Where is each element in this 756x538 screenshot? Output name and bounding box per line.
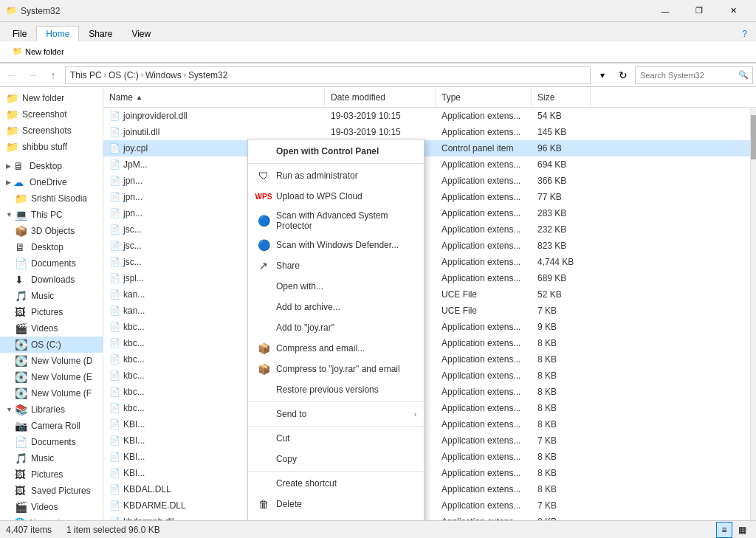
sidebar-item-osc[interactable]: 💽 OS (C:) [0, 337, 103, 353]
menu-item-label: Copy [276, 454, 297, 464]
col-header-name[interactable]: Name ▲ [103, 87, 325, 107]
col-header-size[interactable]: Size [532, 87, 591, 107]
sidebar-item-pictures[interactable]: 🖼 Pictures [0, 304, 103, 320]
path-thispc[interactable]: This PC [70, 70, 102, 80]
context-menu-item[interactable]: Open with Control Panel [248, 141, 424, 162]
sidebar-item-screenshot[interactable]: 📁 Screenshot [0, 106, 103, 123]
table-row[interactable]: 📄 kan... UCE File 52 KB [103, 286, 756, 303]
tab-home[interactable]: Home [36, 26, 79, 41]
table-row[interactable]: 📄 KBDAL.DLL 19-03-2019 10:14 Application… [103, 481, 756, 497]
path-system32[interactable]: System32 [188, 70, 227, 80]
sidebar-item-music2[interactable]: 🎵 Music [0, 450, 103, 466]
sidebar-item-music[interactable]: 🎵 Music [0, 288, 103, 304]
sidebar-item-desktop[interactable]: ▶ 🖥 Desktop [0, 158, 103, 174]
table-row[interactable]: 📄 jspl... Application extens... 689 KB [103, 270, 756, 286]
path-windows[interactable]: Windows [145, 70, 182, 80]
sidebar-item-thispc[interactable]: ▼ 💻 This PC [0, 207, 103, 223]
sidebar-item-videos[interactable]: 🎬 Videos [0, 320, 103, 337]
table-row[interactable]: 📄 jsc... Application extens... 823 KB [103, 238, 756, 254]
sidebar-item-documents[interactable]: 📄 Documents [0, 255, 103, 272]
table-row[interactable]: 📄 kan... UCE File 7 KB [103, 303, 756, 319]
context-menu-item[interactable]: 🛡Run as administrator [248, 165, 424, 186]
table-row[interactable]: 📄 jpn... Application extens... 366 KB [103, 173, 756, 189]
new-folder-button[interactable]: 📁 New folder [6, 44, 71, 60]
list-view-button[interactable]: ≡ [716, 522, 732, 538]
table-row[interactable]: 📄 KBDARME.DLL 19-03-2019 10:14 Applicati… [103, 497, 756, 514]
sidebar-item-docs2[interactable]: 📄 Documents [0, 434, 103, 450]
sidebar-item-savedpictures[interactable]: 🖼 Saved Pictures [0, 483, 103, 499]
up-button[interactable]: ↑ [44, 66, 62, 84]
table-row[interactable]: 📄 JpM... Application extens... 694 KB [103, 156, 756, 173]
forward-button[interactable]: → [24, 66, 41, 84]
table-row[interactable]: 📄 KBI... Application extens... 8 KB [103, 449, 756, 465]
context-menu-item[interactable]: 📦Compress and email... [248, 338, 424, 359]
maximize-button[interactable]: ❐ [682, 0, 716, 22]
sidebar-item-libraries[interactable]: ▼ 📚 Libraries [0, 401, 103, 418]
sidebar-item-3dobjects[interactable]: 📦 3D Objects [0, 223, 103, 239]
sidebar-item-videos2[interactable]: 🎬 Videos [0, 499, 103, 515]
sidebar-item-vold[interactable]: 💽 New Volume (D [0, 353, 103, 369]
table-row[interactable]: 📄 KBI... Application extens... 8 KB [103, 465, 756, 481]
context-menu-item[interactable]: Add to "joy.rar" [248, 317, 424, 338]
table-row[interactable]: 📄 kbc... Application extens... 8 KB [103, 384, 756, 400]
dropdown-button[interactable]: ▾ [594, 66, 611, 84]
sidebar-item-screenshots[interactable]: 📁 Screenshots [0, 123, 103, 139]
sidebar-item-srishti[interactable]: 📁 Srishti Sisodia [0, 190, 103, 207]
table-row[interactable]: 📄 kbc... Application extens... 8 KB [103, 400, 756, 416]
sidebar-item-vole[interactable]: 💽 New Volume (E [0, 369, 103, 385]
tab-file[interactable]: File [3, 26, 36, 41]
table-row[interactable]: 📄 jsc... Application extens... 4,744 KB [103, 254, 756, 270]
search-input[interactable] [635, 66, 753, 84]
tab-share[interactable]: Share [79, 26, 122, 41]
table-row[interactable]: 📄 KBI... Application extens... 7 KB [103, 432, 756, 449]
context-menu-item[interactable]: ↗Share [248, 255, 424, 276]
context-menu-item[interactable]: Open with... [248, 276, 424, 297]
minimize-button[interactable]: — [648, 0, 682, 22]
context-menu-item[interactable]: WPSUpload to WPS Cloud [248, 186, 424, 207]
context-menu-item[interactable]: Add to archive... [248, 297, 424, 317]
sidebar-item-network[interactable]: ▶ 🌐 Network [0, 515, 103, 520]
sidebar-item-shibbu[interactable]: 📁 shibbu stuff [0, 139, 103, 155]
back-button[interactable]: ← [3, 66, 21, 84]
sidebar-item-onedrive[interactable]: ▶ ☁ OneDrive [0, 174, 103, 190]
table-row[interactable]: 📄 kbc... Application extens... 8 KB [103, 368, 756, 384]
context-menu-item[interactable]: 🔵Scan with Windows Defender... [248, 235, 424, 255]
tab-view[interactable]: View [122, 26, 160, 41]
sidebar-item-downloads[interactable]: ⬇ Downloads [0, 272, 103, 288]
table-row[interactable]: 📄 kbc... Application extens... 9 KB [103, 319, 756, 335]
table-row[interactable]: 📄 kbdarmph.dll 19-03-2019 10:14 Applicat… [103, 514, 756, 520]
sidebar-item-volf[interactable]: 💽 New Volume (F [0, 385, 103, 401]
file-list[interactable]: 📄 joinproviderol.dll 19-03-2019 10:15 Ap… [103, 108, 756, 520]
scrollbar-thumb[interactable] [751, 115, 756, 159]
table-row[interactable]: 📄 kbc... Application extens... 8 KB [103, 351, 756, 368]
context-menu-item[interactable]: Send to› [248, 404, 424, 424]
address-path[interactable]: This PC › OS (C:) › Windows › System32 [65, 66, 591, 84]
help-button[interactable]: ? [736, 27, 753, 41]
col-header-date[interactable]: Date modified [325, 87, 436, 107]
context-menu-item[interactable]: Create shortcut [248, 473, 424, 494]
context-menu-item[interactable]: ✏Rename [248, 514, 424, 520]
table-row[interactable]: 📄 joy.cpl 19-03-2019 10:15 Control panel… [103, 140, 756, 156]
context-menu-item[interactable]: Copy [248, 449, 424, 469]
context-menu-item[interactable]: Cut [248, 428, 424, 449]
context-menu-item[interactable]: 🗑Delete [248, 494, 424, 514]
context-menu-item[interactable]: Restore previous versions [248, 379, 424, 400]
details-view-button[interactable]: ▦ [734, 522, 750, 538]
sidebar-item-newfolder[interactable]: 📁 New folder [0, 90, 103, 106]
table-row[interactable]: 📄 jpn... Application extens... 77 KB [103, 189, 756, 205]
sidebar-item-pictures2[interactable]: 🖼 Pictures [0, 466, 103, 483]
table-row[interactable]: 📄 KBI... Application extens... 8 KB [103, 416, 756, 432]
sidebar-item-desktop2[interactable]: 🖥 Desktop [0, 239, 103, 255]
path-osc[interactable]: OS (C:) [109, 70, 139, 80]
table-row[interactable]: 📄 jsc... Application extens... 232 KB [103, 221, 756, 238]
table-row[interactable]: 📄 joinproviderol.dll 19-03-2019 10:15 Ap… [103, 108, 756, 124]
table-row[interactable]: 📄 kbc... Application extens... 8 KB [103, 335, 756, 351]
table-row[interactable]: 📄 joinutil.dll 19-03-2019 10:15 Applicat… [103, 124, 756, 140]
col-header-type[interactable]: Type [436, 87, 532, 107]
context-menu-item[interactable]: 🔵Scan with Advanced System Protector [248, 207, 424, 235]
close-button[interactable]: ✕ [716, 0, 750, 22]
sidebar-item-cameraroll[interactable]: 📷 Camera Roll [0, 418, 103, 434]
context-menu-item[interactable]: 📦Compress to "joy.rar" and email [248, 359, 424, 379]
table-row[interactable]: 📄 jpn... Application extens... 283 KB [103, 205, 756, 221]
refresh-button[interactable]: ↻ [614, 66, 632, 84]
